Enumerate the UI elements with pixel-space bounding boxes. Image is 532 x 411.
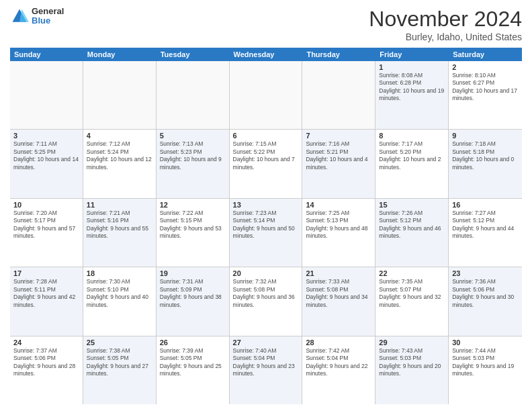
calendar-cell: 10Sunrise: 7:20 AM Sunset: 5:17 PM Dayli… — [10, 199, 83, 267]
day-number: 4 — [87, 132, 152, 140]
weekday-header: Friday — [375, 48, 449, 61]
weekday-header: Saturday — [449, 48, 522, 61]
day-info: Sunrise: 7:38 AM Sunset: 5:05 PM Dayligh… — [87, 347, 152, 378]
calendar-cell: 14Sunrise: 7:25 AM Sunset: 5:13 PM Dayli… — [302, 199, 375, 267]
calendar-cell: 5Sunrise: 7:13 AM Sunset: 5:23 PM Daylig… — [157, 130, 230, 197]
day-info: Sunrise: 7:44 AM Sunset: 5:03 PM Dayligh… — [452, 347, 519, 378]
day-number: 22 — [379, 269, 445, 277]
weekday-header: Monday — [83, 48, 157, 61]
day-info: Sunrise: 7:22 AM Sunset: 5:15 PM Dayligh… — [160, 210, 226, 240]
month-title: November 2024 — [369, 7, 522, 32]
day-info: Sunrise: 7:16 AM Sunset: 5:21 PM Dayligh… — [306, 140, 371, 171]
day-info: Sunrise: 7:33 AM Sunset: 5:08 PM Dayligh… — [306, 278, 371, 309]
calendar-cell — [10, 61, 83, 129]
day-info: Sunrise: 7:39 AM Sunset: 5:05 PM Dayligh… — [160, 347, 226, 378]
calendar-cell: 9Sunrise: 7:18 AM Sunset: 5:18 PM Daylig… — [449, 130, 522, 197]
logo-blue: Blue — [32, 16, 64, 26]
day-number: 20 — [233, 269, 299, 277]
day-info: Sunrise: 7:32 AM Sunset: 5:08 PM Dayligh… — [233, 278, 299, 309]
logo: General Blue — [10, 7, 64, 26]
title-area: November 2024 Burley, Idaho, United Stat… — [369, 7, 522, 42]
header: General Blue November 2024 Burley, Idaho… — [10, 7, 522, 42]
calendar-cell: 29Sunrise: 7:43 AM Sunset: 5:03 PM Dayli… — [375, 336, 449, 404]
calendar-cell: 15Sunrise: 7:26 AM Sunset: 5:12 PM Dayli… — [375, 199, 449, 267]
calendar-cell: 6Sunrise: 7:15 AM Sunset: 5:22 PM Daylig… — [230, 130, 303, 197]
page: General Blue November 2024 Burley, Idaho… — [0, 0, 532, 411]
day-info: Sunrise: 7:42 AM Sunset: 5:04 PM Dayligh… — [306, 347, 371, 378]
calendar-cell: 4Sunrise: 7:12 AM Sunset: 5:24 PM Daylig… — [83, 130, 157, 197]
calendar-week-row: 1Sunrise: 8:08 AM Sunset: 6:28 PM Daylig… — [10, 61, 522, 130]
day-number: 7 — [306, 132, 371, 140]
logo-text: General Blue — [32, 7, 64, 26]
day-number: 8 — [379, 132, 445, 140]
day-number: 27 — [233, 338, 299, 347]
calendar-cell: 16Sunrise: 7:27 AM Sunset: 5:12 PM Dayli… — [449, 199, 522, 267]
day-number: 16 — [452, 201, 519, 209]
day-info: Sunrise: 7:43 AM Sunset: 5:03 PM Dayligh… — [379, 347, 445, 378]
day-info: Sunrise: 7:18 AM Sunset: 5:18 PM Dayligh… — [452, 140, 519, 171]
location: Burley, Idaho, United States — [369, 32, 522, 42]
day-number: 1 — [379, 63, 445, 71]
calendar-cell: 11Sunrise: 7:21 AM Sunset: 5:16 PM Dayli… — [83, 199, 157, 267]
calendar-cell: 25Sunrise: 7:38 AM Sunset: 5:05 PM Dayli… — [83, 336, 157, 404]
calendar-cell: 21Sunrise: 7:33 AM Sunset: 5:08 PM Dayli… — [302, 267, 375, 335]
calendar-cell: 1Sunrise: 8:08 AM Sunset: 6:28 PM Daylig… — [375, 61, 449, 129]
day-info: Sunrise: 7:25 AM Sunset: 5:13 PM Dayligh… — [306, 210, 371, 240]
calendar-header: SundayMondayTuesdayWednesdayThursdayFrid… — [10, 48, 522, 61]
day-number: 6 — [233, 132, 299, 140]
day-number: 30 — [452, 338, 519, 347]
calendar-cell: 13Sunrise: 7:23 AM Sunset: 5:14 PM Dayli… — [230, 199, 303, 267]
day-info: Sunrise: 7:11 AM Sunset: 5:25 PM Dayligh… — [13, 140, 79, 171]
day-number: 19 — [160, 269, 226, 277]
day-number: 14 — [306, 201, 371, 209]
calendar-cell: 23Sunrise: 7:36 AM Sunset: 5:06 PM Dayli… — [449, 267, 522, 335]
day-info: Sunrise: 7:13 AM Sunset: 5:23 PM Dayligh… — [160, 140, 226, 171]
calendar-week-row: 3Sunrise: 7:11 AM Sunset: 5:25 PM Daylig… — [10, 130, 522, 198]
day-info: Sunrise: 8:10 AM Sunset: 6:27 PM Dayligh… — [452, 72, 519, 103]
logo-icon — [10, 7, 29, 26]
calendar-cell: 27Sunrise: 7:40 AM Sunset: 5:04 PM Dayli… — [230, 336, 303, 404]
calendar-cell: 30Sunrise: 7:44 AM Sunset: 5:03 PM Dayli… — [449, 336, 522, 404]
calendar-cell — [230, 61, 303, 129]
weekday-header: Sunday — [10, 48, 83, 61]
day-number: 17 — [13, 269, 79, 277]
calendar-body: 1Sunrise: 8:08 AM Sunset: 6:28 PM Daylig… — [10, 61, 522, 404]
calendar-cell — [83, 61, 157, 129]
day-number: 11 — [87, 201, 152, 209]
day-info: Sunrise: 7:15 AM Sunset: 5:22 PM Dayligh… — [233, 140, 299, 171]
calendar-week-row: 10Sunrise: 7:20 AM Sunset: 5:17 PM Dayli… — [10, 199, 522, 267]
day-info: Sunrise: 7:23 AM Sunset: 5:14 PM Dayligh… — [233, 210, 299, 240]
calendar-cell: 2Sunrise: 8:10 AM Sunset: 6:27 PM Daylig… — [449, 61, 522, 129]
calendar-cell: 20Sunrise: 7:32 AM Sunset: 5:08 PM Dayli… — [230, 267, 303, 335]
day-number: 13 — [233, 201, 299, 209]
day-number: 10 — [13, 201, 79, 209]
day-info: Sunrise: 7:28 AM Sunset: 5:11 PM Dayligh… — [13, 278, 79, 309]
calendar-cell: 3Sunrise: 7:11 AM Sunset: 5:25 PM Daylig… — [10, 130, 83, 197]
day-number: 18 — [87, 269, 152, 277]
day-number: 12 — [160, 201, 226, 209]
calendar-cell: 19Sunrise: 7:31 AM Sunset: 5:09 PM Dayli… — [157, 267, 230, 335]
day-number: 29 — [379, 338, 445, 347]
day-info: Sunrise: 7:21 AM Sunset: 5:16 PM Dayligh… — [87, 210, 152, 240]
day-number: 23 — [452, 269, 519, 277]
day-info: Sunrise: 7:35 AM Sunset: 5:07 PM Dayligh… — [379, 278, 445, 309]
calendar-cell: 8Sunrise: 7:17 AM Sunset: 5:20 PM Daylig… — [375, 130, 449, 197]
day-info: Sunrise: 7:40 AM Sunset: 5:04 PM Dayligh… — [233, 347, 299, 378]
calendar-cell: 28Sunrise: 7:42 AM Sunset: 5:04 PM Dayli… — [302, 336, 375, 404]
calendar-week-row: 24Sunrise: 7:37 AM Sunset: 5:06 PM Dayli… — [10, 336, 522, 404]
day-info: Sunrise: 7:27 AM Sunset: 5:12 PM Dayligh… — [452, 210, 519, 240]
day-info: Sunrise: 7:36 AM Sunset: 5:06 PM Dayligh… — [452, 278, 519, 309]
calendar-cell: 17Sunrise: 7:28 AM Sunset: 5:11 PM Dayli… — [10, 267, 83, 335]
day-number: 3 — [13, 132, 79, 140]
day-number: 24 — [13, 338, 79, 347]
day-number: 9 — [452, 132, 519, 140]
calendar-cell: 22Sunrise: 7:35 AM Sunset: 5:07 PM Dayli… — [375, 267, 449, 335]
day-info: Sunrise: 8:08 AM Sunset: 6:28 PM Dayligh… — [379, 72, 445, 103]
day-info: Sunrise: 7:31 AM Sunset: 5:09 PM Dayligh… — [160, 278, 226, 309]
calendar-cell — [302, 61, 375, 129]
day-number: 21 — [306, 269, 371, 277]
day-info: Sunrise: 7:37 AM Sunset: 5:06 PM Dayligh… — [13, 347, 79, 378]
day-number: 26 — [160, 338, 226, 347]
day-info: Sunrise: 7:26 AM Sunset: 5:12 PM Dayligh… — [379, 210, 445, 240]
day-info: Sunrise: 7:12 AM Sunset: 5:24 PM Dayligh… — [87, 140, 152, 171]
